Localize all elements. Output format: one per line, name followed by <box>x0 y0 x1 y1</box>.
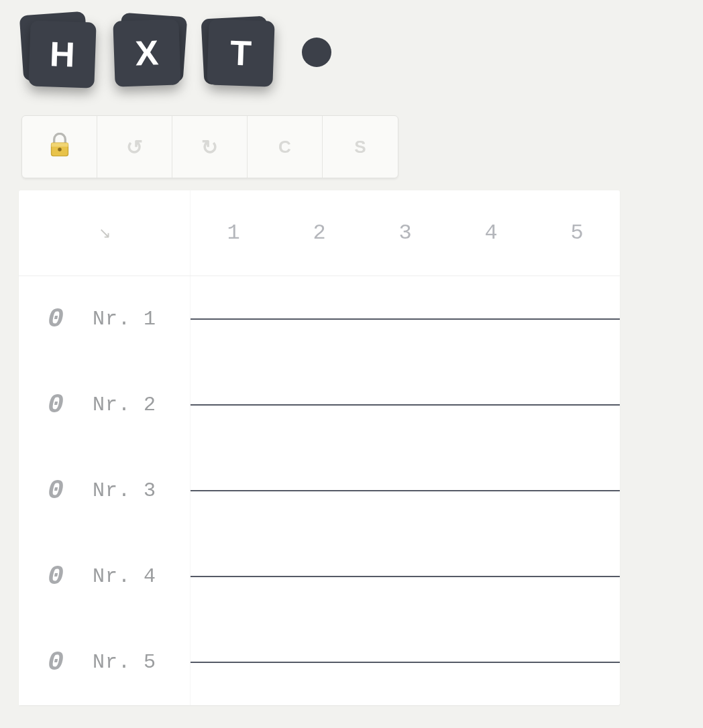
logo-dot-icon <box>302 38 331 67</box>
row-name: Nr. 1 <box>93 308 156 330</box>
s-label: S <box>354 137 366 158</box>
logo: H X T <box>25 17 331 87</box>
logo-letter: T <box>229 32 252 73</box>
row-header[interactable]: 0 Nr. 4 <box>19 534 191 619</box>
undo-button[interactable]: ↺ <box>97 116 172 178</box>
column-header[interactable]: 3 <box>362 190 448 276</box>
undo-icon: ↺ <box>126 135 143 159</box>
grid-corner[interactable]: ↘ <box>19 190 191 276</box>
row-score: 0 <box>19 648 93 678</box>
diagonal-arrow-icon: ↘ <box>99 225 111 242</box>
logo-letter: H <box>49 34 76 74</box>
row-score: 0 <box>19 476 93 506</box>
s-button[interactable]: S <box>323 116 398 178</box>
row-header[interactable]: 0 Nr. 3 <box>19 448 191 534</box>
row-name: Nr. 3 <box>93 479 156 502</box>
lock-button[interactable] <box>22 116 97 178</box>
row-name: Nr. 4 <box>93 565 156 588</box>
c-label: C <box>278 137 291 158</box>
column-header[interactable]: 2 <box>276 190 362 276</box>
column-headers: 1 2 3 4 5 <box>191 190 620 276</box>
row-track[interactable] <box>191 404 620 406</box>
grid-row: 0 Nr. 4 <box>19 534 620 619</box>
column-header[interactable]: 5 <box>534 190 620 276</box>
row-track[interactable] <box>191 318 620 320</box>
row-score: 0 <box>19 562 93 592</box>
row-header[interactable]: 0 Nr. 2 <box>19 362 191 448</box>
row-track[interactable] <box>191 662 620 663</box>
grid-row: 0 Nr. 3 <box>19 448 620 534</box>
logo-tile-h: H <box>25 17 95 87</box>
logo-letter: X <box>135 32 160 73</box>
grid-row: 0 Nr. 2 <box>19 362 620 448</box>
row-track[interactable] <box>191 490 620 491</box>
grid-row: 0 Nr. 1 <box>19 276 620 362</box>
redo-icon: ↻ <box>201 135 218 159</box>
row-header[interactable]: 0 Nr. 1 <box>19 276 191 362</box>
redo-button[interactable]: ↻ <box>172 116 248 178</box>
grid-body: 0 Nr. 1 0 Nr. 2 0 Nr. 3 0 Nr. 4 <box>19 276 620 705</box>
lock-icon <box>48 133 71 162</box>
svg-point-2 <box>58 147 62 151</box>
row-track[interactable] <box>191 576 620 577</box>
logo-tile-x: X <box>115 17 185 87</box>
logo-tile-t: T <box>205 17 275 87</box>
toolbar: ↺ ↻ C S <box>21 115 398 178</box>
score-grid: ↘ 1 2 3 4 5 0 Nr. 1 0 Nr. 2 0 <box>19 190 620 705</box>
svg-rect-1 <box>51 143 68 147</box>
row-name: Nr. 5 <box>93 651 156 674</box>
row-header[interactable]: 0 Nr. 5 <box>19 619 191 705</box>
grid-row: 0 Nr. 5 <box>19 619 620 705</box>
grid-header: ↘ 1 2 3 4 5 <box>19 190 620 276</box>
row-score: 0 <box>19 390 93 420</box>
row-name: Nr. 2 <box>93 393 156 416</box>
c-button[interactable]: C <box>248 116 323 178</box>
column-header[interactable]: 4 <box>448 190 534 276</box>
row-score: 0 <box>19 304 93 335</box>
column-header[interactable]: 1 <box>191 190 276 276</box>
